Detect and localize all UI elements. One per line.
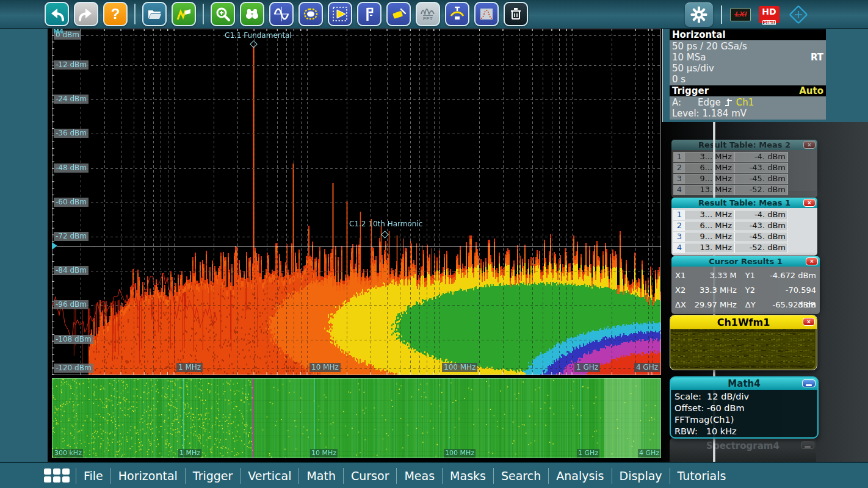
- help-button[interactable]: ?: [103, 2, 128, 26]
- spectrogram-x-label: 1 GHz: [577, 449, 599, 458]
- cursor-header[interactable]: Cursor Results 1 ×: [671, 256, 820, 267]
- menu-item-math[interactable]: Math: [299, 469, 343, 483]
- ch1wfm1-title: Ch1Wfm1: [717, 317, 770, 328]
- annotate-signal-button[interactable]: [172, 2, 196, 26]
- y-axis-label: -120 dBm: [54, 364, 93, 373]
- cursor-row: X233.3 MHzY2-70.594 dBm: [675, 283, 816, 298]
- fft-spectrum-canvas[interactable]: [52, 29, 661, 375]
- y-axis-label: -48 dBm: [54, 163, 89, 173]
- y-axis-label: -60 dBm: [54, 198, 89, 207]
- spectrogram4-minimized-panel[interactable]: Spectrogram4: [670, 437, 816, 462]
- row-index-cell: 3: [673, 174, 684, 184]
- folder-icon: [146, 5, 163, 23]
- fft-button[interactable]: FFT: [416, 2, 440, 26]
- ch1wfm1-thumbnail-canvas[interactable]: [671, 329, 815, 368]
- hd-16bit-label: 16bit: [762, 20, 776, 25]
- math-waveform-button[interactable]: [269, 2, 294, 26]
- menu-item-tutorials[interactable]: Tutorials: [670, 469, 734, 483]
- delete-button[interactable]: [504, 2, 528, 26]
- menu-item-display[interactable]: Display: [612, 469, 670, 483]
- redo-button[interactable]: [74, 2, 98, 26]
- table-row[interactable]: 413. MHz-52. dBm: [673, 185, 817, 195]
- meas2-table: 13... MHz-4. dBm26... MHz-43. dBm39... M…: [671, 150, 817, 198]
- y-axis-label: -24 dBm: [54, 95, 89, 104]
- table-row[interactable]: 13... MHz-4. dBm: [673, 152, 817, 162]
- menu-item-file[interactable]: File: [76, 469, 110, 483]
- settings-button[interactable]: [685, 2, 713, 27]
- menu-items: FileHorizontalTriggerVerticalMathCursorM…: [76, 468, 733, 484]
- cursor-cell: -4.672 dBm: [768, 268, 816, 283]
- edge-trigger-icon: [725, 98, 734, 107]
- meas1-close-button[interactable]: ×: [803, 199, 816, 207]
- trigger-header[interactable]: Trigger Auto: [670, 85, 826, 96]
- menu-item-cursor[interactable]: Cursor: [344, 469, 396, 483]
- horizontal-header[interactable]: Horizontal: [670, 29, 826, 40]
- cursor-cell: Y1: [737, 268, 769, 283]
- y-axis-label: -36 dBm: [54, 129, 89, 138]
- mask-test-button[interactable]: [445, 2, 469, 26]
- x-axis-label: 10 MHz: [309, 363, 341, 372]
- level-cell: -43. dBm: [734, 163, 788, 173]
- result-table-meas1-dialog: Result Table: Meas 1 × 13... MHz-4. dBm2…: [671, 198, 817, 255]
- frequency-cell: 9... MHz: [684, 232, 734, 242]
- cursor-close-button[interactable]: ×: [806, 257, 818, 265]
- search-button[interactable]: [240, 2, 264, 26]
- x-axis-label: 1 MHz: [176, 363, 203, 372]
- table-row[interactable]: 26... MHz-43. dBm: [673, 163, 817, 173]
- y-axis-label: -84 dBm: [54, 266, 89, 275]
- cursor-cell: ΔY: [737, 298, 769, 312]
- meas2-close-button[interactable]: ×: [803, 141, 816, 149]
- spectrogram-x-label: 1 MHz: [178, 449, 201, 458]
- table-row[interactable]: 413. MHz-52. dBm: [673, 243, 817, 253]
- magnifier-plus-icon: [214, 5, 231, 23]
- table-row[interactable]: 13... MHz-4. dBm: [673, 210, 817, 220]
- menu-item-search[interactable]: Search: [494, 469, 548, 483]
- cursor-cell: 3.33 M: [690, 268, 737, 283]
- menu-item-meas[interactable]: Meas: [397, 469, 442, 483]
- histogram-button[interactable]: [474, 2, 499, 26]
- table-row[interactable]: 39... MHz-45. dBm: [673, 232, 817, 242]
- toolbar-divider: [721, 5, 722, 24]
- menu-item-trigger[interactable]: Trigger: [186, 469, 241, 483]
- menu-item-horizontal[interactable]: Horizontal: [111, 469, 185, 483]
- measure-button[interactable]: [357, 2, 382, 26]
- meas1-header[interactable]: Result Table: Meas 1 ×: [671, 198, 817, 208]
- spectrogram-canvas[interactable]: [52, 378, 661, 458]
- undo-button[interactable]: [45, 2, 69, 26]
- ch1wfm1-close-button[interactable]: ×: [803, 318, 815, 326]
- math4-rbw: RBW: 10 kHz: [675, 426, 814, 437]
- menu-item-analysis[interactable]: Analysis: [549, 469, 611, 483]
- open-file-button[interactable]: [142, 2, 167, 26]
- row-index-cell: 1: [673, 210, 684, 220]
- zoom-button[interactable]: [211, 2, 235, 26]
- row-index-cell: 4: [673, 243, 684, 253]
- reference-level-arrow[interactable]: [52, 242, 57, 249]
- trigger-mode: Auto: [799, 85, 823, 96]
- table-row[interactable]: 26... MHz-43. dBm: [673, 221, 817, 231]
- ch1wfm1-header[interactable]: Ch1Wfm1 ×: [670, 315, 817, 329]
- mask-button[interactable]: [298, 2, 323, 26]
- diagram-tab-label[interactable]: M4: [53, 28, 63, 35]
- math4-function: FFTmag(Ch1): [675, 414, 814, 426]
- menu-item-vertical[interactable]: Vertical: [241, 469, 298, 483]
- row-index-cell: 4: [673, 185, 684, 195]
- rt-badge: RT: [811, 52, 823, 63]
- caliper-icon: [361, 5, 378, 23]
- math4-header[interactable]: Math4: [671, 378, 817, 390]
- level-cell: -52. dBm: [734, 185, 788, 195]
- math4-minimize-button[interactable]: [802, 379, 816, 387]
- menu-item-masks[interactable]: Masks: [443, 469, 493, 483]
- top-toolbar: ? F: [0, 0, 868, 29]
- cursor-row: X13.33 MY1-4.672 dBm: [675, 268, 816, 283]
- label-tag-button[interactable]: [386, 2, 411, 26]
- horizontal-body: 50 ps / 20 GSa/s 10 MSa RT 50 µs/div 0 s: [670, 40, 826, 85]
- table-row[interactable]: 39... MHz-45. dBm: [673, 174, 817, 184]
- tag-icon: [390, 5, 407, 23]
- spectrogram4-minimize-button[interactable]: [801, 441, 814, 449]
- result-table-meas2-dialog: Result Table: Meas 2 × 13... MHz-4. dBm2…: [671, 140, 817, 191]
- zoom-area-button[interactable]: [328, 2, 352, 26]
- cursor-horizontal-line[interactable]: [52, 246, 661, 246]
- question-icon: ?: [111, 7, 120, 21]
- meas2-header[interactable]: Result Table: Meas 2 ×: [671, 140, 817, 150]
- apps-grid-icon[interactable]: [44, 468, 70, 483]
